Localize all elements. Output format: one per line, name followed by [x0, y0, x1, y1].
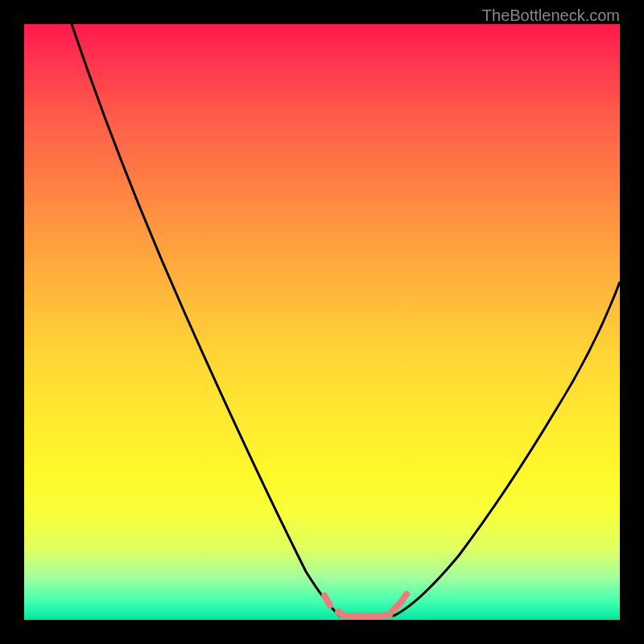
- plot-area: [24, 24, 620, 620]
- left-curve: [72, 24, 340, 616]
- chart-container: TheBottleneck.com: [0, 0, 644, 644]
- right-curve: [394, 282, 620, 616]
- svg-line-0: [324, 596, 330, 605]
- svg-line-4: [379, 615, 390, 616]
- svg-line-6: [401, 594, 407, 602]
- chart-svg: [24, 24, 620, 620]
- watermark-text: TheBottleneck.com: [482, 6, 620, 25]
- svg-line-1: [338, 612, 345, 616]
- pink-markers: [324, 594, 407, 616]
